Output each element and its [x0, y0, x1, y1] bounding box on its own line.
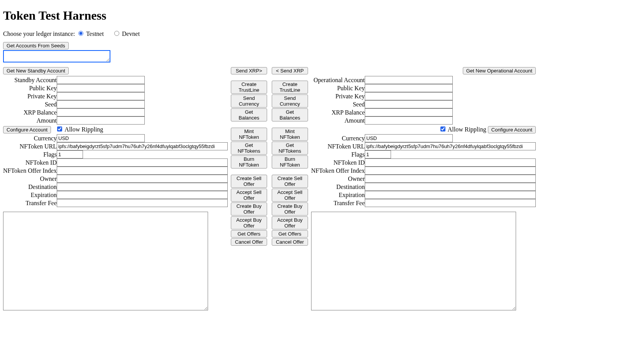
- operational-amount-input[interactable]: [365, 116, 453, 125]
- operational-expiration-input[interactable]: [365, 191, 536, 199]
- ledger-option-testnet-label: Testnet: [86, 30, 104, 37]
- standby-amount-label: Amount: [3, 116, 57, 125]
- get-nftokens-right-button[interactable]: Get NFTokens: [272, 142, 308, 155]
- send-currency-right-button[interactable]: Send Currency: [272, 94, 308, 108]
- ledger-option-devnet-label: Devnet: [122, 30, 140, 37]
- operational-allow-rippling-checkbox[interactable]: [440, 126, 445, 131]
- standby-nftoken-url-input[interactable]: [57, 142, 228, 150]
- operational-destination-input[interactable]: [365, 183, 536, 191]
- accept-buy-offer-right-button[interactable]: Accept Buy Offer: [272, 216, 308, 229]
- ledger-selector: Choose your ledger instance: Testnet Dev…: [3, 30, 625, 37]
- operational-private-key-input[interactable]: [365, 92, 453, 100]
- standby-flags-input[interactable]: [57, 150, 83, 158]
- accept-sell-offer-left-button[interactable]: Accept Sell Offer: [231, 189, 267, 202]
- standby-currency-input[interactable]: [57, 134, 145, 142]
- standby-destination-input[interactable]: [57, 183, 228, 191]
- operational-nftoken-offer-index-input[interactable]: [365, 167, 536, 175]
- get-offers-right-button[interactable]: Get Offers: [272, 230, 308, 238]
- operational-transfer-fee-input[interactable]: [365, 199, 536, 207]
- operational-flags-input[interactable]: [365, 150, 391, 158]
- send-xrp-left-button[interactable]: < Send XRP: [272, 67, 308, 74]
- standby-owner-label: Owner: [3, 175, 57, 183]
- operational-nftoken-url-label: NFToken URL: [311, 142, 365, 150]
- operational-form: Get New Operational Account Operational …: [311, 67, 536, 207]
- standby-transfer-fee-input[interactable]: [57, 199, 228, 207]
- create-sell-offer-right-button[interactable]: Create Sell Offer: [272, 175, 308, 188]
- get-balances-right-button[interactable]: Get Balances: [272, 108, 308, 121]
- operational-destination-label: Destination: [311, 183, 365, 191]
- page-title: Token Test Harness: [3, 8, 625, 23]
- mint-nftoken-right-button[interactable]: Mint NFToken: [272, 128, 308, 141]
- standby-seed-label: Seed: [3, 100, 57, 108]
- get-balances-left-button[interactable]: Get Balances: [231, 108, 267, 121]
- ledger-radio-testnet[interactable]: [78, 31, 83, 36]
- cancel-offer-left-button[interactable]: Cancel Offer: [231, 238, 267, 246]
- standby-nftoken-offer-index-label: NFToken Offer Index: [3, 167, 57, 175]
- operational-nftoken-offer-index-label: NFToken Offer Index: [311, 167, 365, 175]
- operational-transfer-fee-label: Transfer Fee: [311, 199, 365, 207]
- create-buy-offer-right-button[interactable]: Create Buy Offer: [272, 202, 308, 216]
- standby-nftoken-offer-index-input[interactable]: [57, 167, 228, 175]
- standby-amount-input[interactable]: [57, 116, 145, 125]
- mid-buttons-right: < Send XRP Create TrustLine Send Currenc…: [272, 67, 308, 252]
- accept-buy-offer-left-button[interactable]: Accept Buy Offer: [231, 216, 267, 229]
- operational-result-textarea[interactable]: [311, 212, 516, 310]
- standby-allow-rippling-label: Allow Rippling: [64, 126, 103, 133]
- operational-nftoken-id-input[interactable]: [365, 158, 536, 167]
- operational-currency-input[interactable]: [365, 134, 453, 142]
- burn-nftoken-right-button[interactable]: Burn NFToken: [272, 155, 308, 169]
- get-nftokens-left-button[interactable]: Get NFTokens: [231, 142, 267, 155]
- standby-seed-input[interactable]: [57, 100, 145, 108]
- standby-currency-label: Currency: [3, 134, 57, 142]
- operational-currency-label: Currency: [311, 134, 365, 142]
- standby-destination-label: Destination: [3, 183, 57, 191]
- get-new-operational-account-button[interactable]: Get New Operational Account: [463, 67, 536, 74]
- operational-expiration-label: Expiration: [311, 191, 365, 199]
- operational-seed-input[interactable]: [365, 100, 453, 108]
- get-accounts-from-seeds-button[interactable]: Get Accounts From Seeds: [3, 42, 69, 49]
- mid-buttons-left: Send XRP> Create TrustLine Send Currency…: [231, 67, 267, 252]
- standby-xrp-balance-label: XRP Balance: [3, 108, 57, 116]
- burn-nftoken-left-button[interactable]: Burn NFToken: [231, 155, 267, 169]
- get-offers-left-button[interactable]: Get Offers: [231, 230, 267, 238]
- operational-xrp-balance-input[interactable]: [365, 108, 453, 116]
- accept-sell-offer-right-button[interactable]: Accept Sell Offer: [272, 189, 308, 202]
- standby-account-label: Standby Account: [3, 76, 57, 84]
- standby-nftoken-url-label: NFToken URL: [3, 142, 57, 150]
- standby-configure-account-button[interactable]: Configure Account: [3, 126, 51, 133]
- send-currency-left-button[interactable]: Send Currency: [231, 94, 267, 108]
- operational-account-label: Operational Account: [311, 76, 365, 84]
- standby-public-key-label: Public Key: [3, 84, 57, 92]
- operational-owner-input[interactable]: [365, 175, 536, 183]
- create-trustline-right-button[interactable]: Create TrustLine: [272, 81, 308, 94]
- operational-amount-label: Amount: [311, 116, 365, 125]
- standby-account-input[interactable]: [57, 76, 145, 84]
- standby-xrp-balance-input[interactable]: [57, 108, 145, 116]
- standby-allow-rippling-checkbox[interactable]: [57, 126, 62, 131]
- operational-public-key-label: Public Key: [311, 84, 365, 92]
- cancel-offer-right-button[interactable]: Cancel Offer: [272, 238, 308, 246]
- standby-flags-label: Flags: [3, 150, 57, 158]
- create-buy-offer-left-button[interactable]: Create Buy Offer: [231, 202, 267, 216]
- operational-nftoken-url-input[interactable]: [365, 142, 536, 150]
- create-trustline-left-button[interactable]: Create TrustLine: [231, 81, 267, 94]
- operational-public-key-input[interactable]: [365, 84, 453, 92]
- create-sell-offer-left-button[interactable]: Create Sell Offer: [231, 175, 267, 188]
- standby-private-key-input[interactable]: [57, 92, 145, 100]
- operational-configure-account-button[interactable]: Configure Account: [488, 126, 536, 133]
- mint-nftoken-left-button[interactable]: Mint NFToken: [231, 128, 267, 141]
- ledger-option-testnet[interactable]: Testnet: [76, 30, 105, 37]
- ledger-option-devnet[interactable]: Devnet: [112, 30, 140, 37]
- seeds-textarea[interactable]: [3, 50, 110, 62]
- standby-owner-input[interactable]: [57, 175, 228, 183]
- standby-public-key-input[interactable]: [57, 84, 145, 92]
- standby-result-textarea[interactable]: [3, 212, 208, 310]
- operational-account-input[interactable]: [365, 76, 453, 84]
- get-new-standby-account-button[interactable]: Get New Standby Account: [3, 67, 69, 74]
- ledger-label: Choose your ledger instance:: [3, 30, 75, 37]
- standby-expiration-input[interactable]: [57, 191, 228, 199]
- send-xrp-right-button[interactable]: Send XRP>: [231, 67, 267, 74]
- ledger-radio-devnet[interactable]: [114, 31, 119, 36]
- standby-private-key-label: Private Key: [3, 92, 57, 100]
- standby-nftoken-id-input[interactable]: [57, 158, 228, 167]
